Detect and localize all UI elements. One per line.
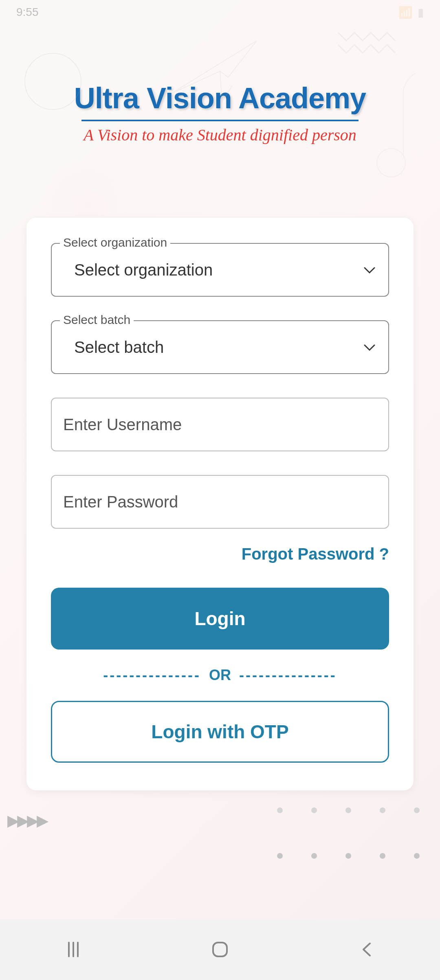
batch-select-text: Select batch <box>74 338 164 357</box>
organization-field-group: Select organization Select organization <box>51 243 389 297</box>
login-otp-button[interactable]: Login with OTP <box>51 701 389 763</box>
batch-label: Select batch <box>60 313 134 327</box>
chevron-down-icon <box>364 262 375 278</box>
status-icons: 📶 ▮ <box>398 6 424 19</box>
batch-select[interactable]: Select batch <box>51 320 389 374</box>
back-button[interactable] <box>354 937 379 962</box>
login-button[interactable]: Login <box>51 588 389 650</box>
divider-text: OR <box>209 667 231 684</box>
forgot-password-link[interactable]: Forgot Password ? <box>242 545 389 563</box>
status-bar: 9:55 📶 ▮ <box>0 0 440 24</box>
android-nav-bar <box>0 919 440 980</box>
wifi-icon: 📶 <box>398 6 413 19</box>
recents-button[interactable] <box>61 937 86 962</box>
password-field-group <box>51 475 389 529</box>
forgot-password-container: Forgot Password ? <box>51 545 389 563</box>
organization-select-text: Select organization <box>74 261 213 279</box>
svg-point-0 <box>377 149 405 177</box>
svg-rect-4 <box>213 943 227 956</box>
chevron-down-icon <box>364 340 375 355</box>
password-input[interactable] <box>51 475 389 529</box>
batch-field-group: Select batch Select batch <box>51 320 389 374</box>
divider-line-left: --------------- <box>103 667 201 684</box>
battery-icon: ▮ <box>418 6 424 19</box>
divider: --------------- OR --------------- <box>51 667 389 684</box>
logo-underline <box>81 120 359 121</box>
status-time: 9:55 <box>16 6 39 19</box>
organization-select[interactable]: Select organization <box>51 243 389 297</box>
username-input[interactable] <box>51 398 389 451</box>
username-field-group <box>51 398 389 451</box>
organization-label: Select organization <box>60 236 170 249</box>
home-button[interactable] <box>208 937 232 962</box>
login-card: Select organization Select organization … <box>26 218 414 790</box>
divider-line-right: --------------- <box>239 667 337 684</box>
